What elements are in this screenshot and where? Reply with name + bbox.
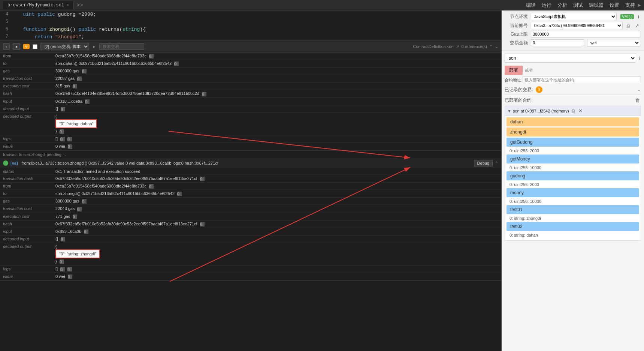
contract-info-btn[interactable]: i xyxy=(638,55,641,62)
copy-icon[interactable]: ⎙ xyxy=(61,237,65,242)
environment-select[interactable]: [2] (remix交易, 脚本 xyxy=(40,43,89,50)
external-link-btn[interactable]: ↗ xyxy=(634,22,640,29)
info-btn[interactable]: i xyxy=(637,14,640,20)
copy-icon[interactable]: ⎙ xyxy=(174,62,179,66)
fn-dahan-button[interactable]: dahan xyxy=(507,117,639,126)
code-line-5: 5 xyxy=(0,18,501,26)
copy-icon[interactable]: ⎙ xyxy=(84,230,88,234)
copy-icon[interactable]: ⎙ xyxy=(82,199,87,204)
tx-log: from 0xca35b7d915458ef540ade6068dfe2f44e… xyxy=(0,52,501,351)
copy-icon[interactable]: ⎙ xyxy=(149,54,154,58)
fn-test02-button[interactable]: test02 xyxy=(507,222,639,231)
tx-header-zhongdi[interactable]: [va] from:0xca3...a733c to:son.zhongdi()… xyxy=(0,158,501,168)
gas-row: Gas上限 xyxy=(505,31,640,38)
toolbar-back-btn[interactable]: ‹ xyxy=(3,43,10,50)
copy-icon[interactable]: ⎙ xyxy=(200,222,205,226)
copy-icon[interactable]: ⎙ xyxy=(85,99,90,104)
table-row: transaction hash 0x67f332eb5df7b010c5b52… xyxy=(0,175,501,183)
deployed-header: 已部署的合约 🗑 xyxy=(505,97,641,104)
remove-deployed-btn[interactable]: ✕ xyxy=(577,108,584,114)
copy-icon[interactable]: ⎙ xyxy=(61,107,65,111)
expand-contract-icon[interactable]: ⌃ xyxy=(489,44,493,49)
copy-icon[interactable]: ⎙ xyxy=(73,84,77,88)
menu-test[interactable]: 测试 xyxy=(573,2,583,9)
pending-text: transact to son.zhongdi pending ... xyxy=(0,151,501,158)
tx-count-expand[interactable]: ⌄ xyxy=(637,87,641,92)
table-row: transaction cost 22087 gas ⎙ xyxy=(0,75,501,82)
search-input[interactable] xyxy=(99,43,144,50)
toolbar-checkbox[interactable] xyxy=(33,44,37,49)
copy-icon2[interactable]: ⎙ xyxy=(67,137,72,141)
node-env-row: 节点环境 JavaScript虚拟机 VM (-) i xyxy=(505,13,640,20)
val-badge: [va] xyxy=(10,161,18,165)
copy-icon[interactable]: ⎙ xyxy=(202,92,206,96)
menu-support[interactable]: 支持 xyxy=(625,2,635,9)
deployed-contract-header[interactable]: ▼ son at 0x097...f2542 (memory) ⎙ ✕ xyxy=(505,106,641,116)
copy-icon[interactable]: ⎙ xyxy=(60,137,65,141)
contract-select-row: son i xyxy=(505,54,641,63)
copy-icon[interactable]: ⎙ xyxy=(200,177,205,181)
unit-select[interactable]: wei xyxy=(587,39,640,46)
at-label: 合约地址 xyxy=(505,77,521,83)
tx-count-badge: 3 xyxy=(536,86,542,93)
toolbar: ‹ ● 0 [2] (remix交易, 脚本 ▶ ContractDefinit… xyxy=(0,40,501,52)
menu-analyze[interactable]: 分析 xyxy=(557,2,567,9)
gas-input[interactable] xyxy=(531,31,640,38)
copy-icon[interactable]: ⎙ xyxy=(77,76,82,81)
table-row: status 0x1 Transaction mined and executi… xyxy=(0,168,501,175)
contract-definition: ContractDefinition son xyxy=(413,44,453,49)
fn-test01-button[interactable]: test01 xyxy=(507,205,639,214)
top-menu-bar: browser/Mydynamic.sol × >> 编译 运行 分析 测试 调… xyxy=(0,0,644,10)
copy-icon[interactable]: ⎙ xyxy=(73,214,77,219)
copy-icon[interactable]: ⎙ xyxy=(68,144,72,149)
copy-icon[interactable]: ⎙ xyxy=(177,192,182,196)
clear-deployed-btn[interactable]: 🗑 xyxy=(634,97,641,104)
code-area: 4 uint public gudong =2000; 5 6 function… xyxy=(0,10,501,40)
toolbar-separator: ▶ xyxy=(93,44,96,49)
account-select[interactable]: 0xca3...a733c (99.9999999999659481 xyxy=(531,22,623,29)
fn-zhongdi-button[interactable]: zhongdi xyxy=(507,128,639,136)
deploy-row: 部署 或者 xyxy=(505,66,641,75)
copy-icon[interactable]: ⎙ xyxy=(77,207,82,212)
table-row: execution cost 771 gas ⎙ xyxy=(0,213,501,220)
contract-dropdown[interactable]: son xyxy=(505,54,636,63)
or-text: 或者 xyxy=(525,68,533,73)
fn-getgudong-button[interactable]: getGudong xyxy=(507,138,639,147)
deployed-contract-body: dahan zhongdi getGudong 0: uint256: 2000… xyxy=(505,116,641,240)
collapse-contract-icon[interactable]: ⌄ xyxy=(495,44,498,49)
amount-input[interactable] xyxy=(531,39,584,46)
copy-icon[interactable]: ⎙ xyxy=(82,69,87,74)
account-label: 当前账号 xyxy=(505,22,528,29)
table-row: logs [] ⎙ ⎙ xyxy=(0,265,501,273)
close-tab-icon[interactable]: × xyxy=(66,3,69,8)
collapse-icon[interactable]: ▶ xyxy=(638,2,641,8)
copy-icon[interactable]: ⎙ xyxy=(149,184,154,189)
table-row: decoded output { "0": "string: dahan" } … xyxy=(0,112,501,135)
copy-account-btn[interactable]: ⎙ xyxy=(626,22,631,29)
fn-money-button[interactable]: money xyxy=(507,188,639,197)
tx-count-label: 已记录的交易: 3 xyxy=(505,86,542,93)
node-env-select[interactable]: JavaScript虚拟机 xyxy=(531,13,617,20)
copy-icon[interactable]: ⎙ xyxy=(60,267,65,272)
menu-settings[interactable]: 设置 xyxy=(610,2,619,9)
table-row: value 0 wei ⎙ xyxy=(0,273,501,280)
fn-getmoney-button[interactable]: getMoney xyxy=(507,154,639,164)
copy-icon[interactable]: ⎙ xyxy=(68,274,72,279)
fn-gudong-button[interactable]: gudong xyxy=(507,171,639,180)
copy-icon[interactable]: ⎙ xyxy=(60,260,64,264)
copy-icon2[interactable]: ⎙ xyxy=(67,267,72,272)
expand-icon[interactable]: >> xyxy=(77,2,83,8)
collapse-tx-icon[interactable]: ⌃ xyxy=(495,161,498,166)
copy-icon[interactable]: ⎙ xyxy=(60,129,64,134)
debug-button[interactable]: Debug xyxy=(474,160,493,166)
menu-debugger[interactable]: 调试器 xyxy=(589,2,604,9)
copy-deployed-btn[interactable]: ⎙ xyxy=(571,108,576,114)
deploy-button[interactable]: 部署 xyxy=(505,66,523,75)
file-tab[interactable]: browser/Mydynamic.sol × xyxy=(3,1,74,9)
menu-compile[interactable]: 编译 xyxy=(526,2,536,9)
menu-run[interactable]: 运行 xyxy=(542,2,551,9)
table-row: to son.zhongdi() 0x0971b5d216af52c411c90… xyxy=(0,190,501,198)
at-address-input[interactable] xyxy=(523,76,641,83)
share-icon: ↗ xyxy=(456,44,459,49)
toolbar-circle-btn[interactable]: ● xyxy=(13,43,21,50)
